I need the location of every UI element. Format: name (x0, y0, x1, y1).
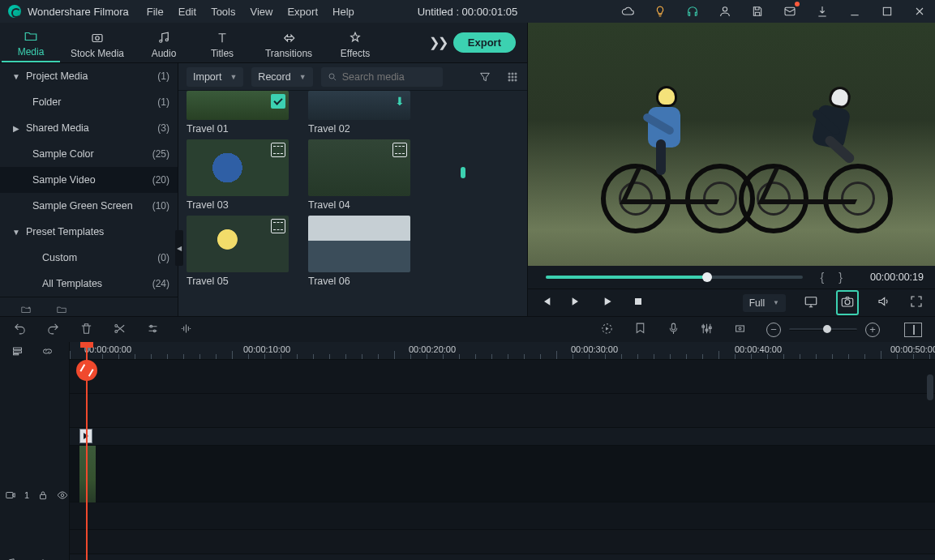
split-button[interactable] (113, 322, 127, 338)
document-title: Untitled : 00:00:01:05 (418, 6, 518, 18)
delete-button[interactable] (79, 322, 93, 338)
audio-track-header[interactable]: 1 (0, 546, 69, 560)
window-maximize-icon[interactable] (880, 4, 894, 19)
download-icon[interactable] (815, 4, 830, 19)
menu-export[interactable]: Export (287, 6, 318, 18)
sidebar-item-custom[interactable]: Custom(0) (0, 245, 178, 271)
crop-icon[interactable] (733, 322, 747, 338)
sidebar-item-project-media[interactable]: ▼Project Media(1) (0, 63, 178, 89)
preview-slider[interactable] (546, 276, 803, 279)
manage-tracks-icon[interactable] (11, 345, 24, 357)
redo-button[interactable] (46, 322, 60, 338)
zoom-to-fit-icon[interactable] (904, 323, 922, 337)
record-dropdown[interactable]: Record▼ (251, 67, 312, 87)
new-folder-plus-icon[interactable] (19, 304, 32, 315)
marker-icon[interactable] (633, 322, 647, 338)
media-sidebar: ▼Project Media(1) Folder(1) ▶Shared Medi… (0, 63, 178, 316)
media-item-travel-06[interactable]: Travel 06 (308, 216, 410, 287)
film-badge-icon (392, 143, 407, 157)
tab-audio[interactable]: Audio (135, 31, 193, 62)
message-icon[interactable] (783, 4, 797, 19)
track-audio[interactable] (70, 530, 935, 554)
menu-file[interactable]: File (147, 6, 164, 18)
audio-strip-button[interactable] (179, 322, 193, 338)
menu-tools[interactable]: Tools (211, 6, 235, 18)
media-item-travel-04[interactable]: Travel 04 (308, 139, 410, 211)
menu-help[interactable]: Help (332, 6, 354, 18)
search-media[interactable] (321, 67, 443, 87)
sidebar-item-preset-templates[interactable]: ▼Preset Templates (0, 219, 178, 245)
export-button[interactable]: Export (453, 32, 516, 53)
sidebar-item-sample-green-screen[interactable]: Sample Green Screen(10) (0, 193, 178, 219)
search-input[interactable] (342, 71, 436, 83)
timeline-ruler[interactable]: 00:00:00:00 00:00:10:00 00:00:20:00 00:0… (70, 342, 935, 360)
grid-view-icon[interactable] (506, 71, 519, 83)
svg-rect-17 (635, 298, 641, 305)
link-tracks-icon[interactable] (41, 345, 54, 357)
timeline: 1 1 00:00:00:00 00:00:10:00 00:00:20:00 … (0, 342, 935, 560)
sidebar-item-all-templates[interactable]: All Templates(24) (0, 271, 178, 297)
sidebar-item-sample-color[interactable]: Sample Color(25) (0, 141, 178, 167)
audio-mixer-icon[interactable] (700, 322, 714, 338)
lock-icon[interactable] (37, 489, 49, 501)
display-toggle-icon[interactable] (804, 294, 818, 311)
tab-titles[interactable]: Titles (193, 31, 251, 62)
zoom-slider[interactable] (789, 328, 857, 331)
track-header-column: 1 1 (0, 342, 70, 560)
cloud-icon[interactable] (620, 4, 635, 19)
window-close-icon[interactable] (912, 4, 927, 19)
playhead-handle-icon[interactable] (76, 360, 97, 381)
tracks-area[interactable]: 00:00:00:00 00:00:10:00 00:00:20:00 00:0… (70, 342, 935, 560)
preview-quality-dropdown[interactable]: Full▼ (743, 294, 786, 312)
render-preview-icon[interactable] (600, 322, 614, 338)
preview-viewport[interactable] (528, 23, 935, 266)
undo-button[interactable] (13, 322, 27, 338)
timeline-scrollbar[interactable] (927, 374, 933, 400)
tab-transitions[interactable]: Transitions (251, 31, 326, 62)
tab-stock-media[interactable]: Stock Media (60, 31, 135, 62)
zoom-out-button[interactable]: − (766, 323, 781, 337)
zoom-in-button[interactable]: + (865, 323, 880, 337)
adjust-button[interactable] (146, 322, 160, 338)
eye-icon[interactable] (57, 489, 68, 501)
sidebar-item-sample-video[interactable]: Sample Video(20) (0, 167, 178, 193)
next-frame-button[interactable] (570, 295, 583, 310)
video-clip[interactable] (79, 446, 96, 502)
menu-view[interactable]: View (250, 6, 272, 18)
save-icon[interactable] (750, 4, 765, 19)
play-button[interactable] (601, 295, 614, 310)
stop-button[interactable] (632, 295, 645, 310)
track-clip-thumb[interactable] (70, 428, 935, 446)
svg-point-8 (508, 73, 510, 75)
headphones-icon[interactable] (685, 4, 700, 19)
video-track-header[interactable]: 1 (0, 478, 69, 512)
inout-braces-icon[interactable]: {} (821, 271, 857, 284)
lightbulb-icon[interactable] (653, 4, 667, 19)
fullscreen-icon[interactable] (909, 294, 924, 311)
app-logo-icon (8, 5, 21, 18)
media-item-travel-03[interactable]: Travel 03 (187, 139, 289, 211)
folder-icon[interactable] (55, 304, 68, 315)
voiceover-icon[interactable] (667, 322, 680, 338)
tab-media[interactable]: Media (2, 29, 60, 62)
media-item-travel-01[interactable]: Travel 01 (187, 91, 289, 135)
user-icon[interactable] (718, 4, 732, 19)
media-item-travel-02[interactable]: ⬇ Travel 02 (308, 91, 410, 135)
playhead[interactable] (86, 342, 88, 560)
sidebar-item-folder[interactable]: Folder(1) (0, 89, 178, 115)
window-minimize-icon[interactable] (847, 4, 862, 19)
tab-effects[interactable]: Effects (326, 31, 384, 62)
import-dropdown[interactable]: Import▼ (187, 67, 243, 87)
filter-icon[interactable] (478, 71, 491, 83)
more-modules-icon[interactable]: ❯❯ (429, 35, 447, 50)
media-grid-toolbar: Import▼ Record▼ (178, 63, 527, 91)
sidebar-item-shared-media[interactable]: ▶Shared Media(3) (0, 115, 178, 141)
track-video[interactable] (70, 446, 935, 502)
svg-rect-2 (883, 7, 890, 15)
menu-edit[interactable]: Edit (178, 6, 196, 18)
snapshot-button[interactable] (836, 290, 859, 315)
prev-frame-button[interactable] (539, 295, 552, 310)
volume-icon[interactable] (877, 294, 891, 311)
track-text[interactable] (70, 394, 935, 428)
media-item-travel-05[interactable]: Travel 05 (187, 216, 289, 287)
